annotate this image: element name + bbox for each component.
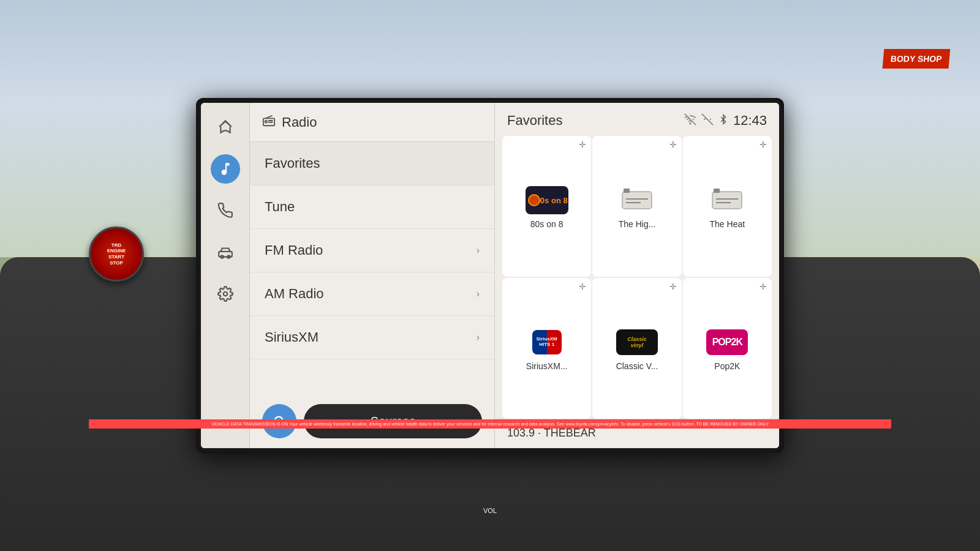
add-favorite-pop2k[interactable]: ✛	[760, 282, 767, 291]
add-favorite-80s[interactable]: ✛	[579, 140, 586, 149]
logo-classic-vinyl: Classicvinyl	[616, 327, 658, 358]
menu-item-tune[interactable]: Tune	[250, 186, 494, 229]
menu-item-siriusxm[interactable]: SiriusXM ›	[250, 316, 494, 359]
svg-point-12	[690, 123, 691, 124]
favorite-tile-highway[interactable]: ✛ The Hig...	[592, 136, 681, 277]
status-bar: 12:43	[684, 113, 767, 129]
add-favorite-siriusxm[interactable]: ✛	[579, 282, 586, 291]
left-panel: Radio Favorites Tune FM Radio › AM Radio…	[250, 103, 495, 448]
vehicle-sticker: VEHICLE DATA TRANSMISSION IS ON Your veh…	[89, 419, 891, 429]
svg-rect-17	[624, 189, 630, 193]
logo-highway	[616, 185, 658, 216]
bluetooth-icon	[718, 113, 728, 128]
tile-label-80s-on-8: 80s on 8	[530, 219, 564, 229]
fm-radio-chevron: ›	[477, 245, 480, 256]
sidebar-phone-icon[interactable]	[211, 196, 240, 225]
tile-label-pop2k: Pop2K	[714, 361, 740, 371]
menu-item-favorites[interactable]: Favorites	[250, 142, 494, 186]
sidebar-settings-icon[interactable]	[211, 279, 240, 309]
trd-start-button[interactable]: TRD ENGINE START STOP	[89, 227, 144, 282]
add-favorite-highway[interactable]: ✛	[669, 140, 677, 149]
favorites-grid: ✛ 80s on 8 80s on 8 ✛	[495, 136, 779, 419]
logo-heat	[706, 185, 748, 216]
signal-off-icon	[684, 113, 696, 128]
tile-label-siriusxm: SiriusXM...	[526, 361, 568, 371]
svg-rect-18	[712, 192, 742, 209]
body-shop-sign: BODY SHOP	[883, 49, 951, 69]
wifi-off-icon	[701, 113, 714, 128]
tile-label-highway: The Hig...	[619, 219, 656, 229]
logo-80s-on-8: 80s on 8	[526, 185, 568, 216]
tile-label-classic-vinyl: Classic V...	[616, 361, 658, 371]
radio-header: Radio	[250, 103, 494, 142]
favorite-tile-siriusxm[interactable]: ✛ SiriusXMHITS 1 SiriusXM...	[502, 278, 591, 419]
sidebar-car-icon[interactable]	[211, 238, 240, 267]
right-header: Favorites	[495, 103, 779, 136]
am-radio-chevron: ›	[477, 288, 480, 299]
tile-label-heat: The Heat	[710, 219, 745, 229]
logo-siriusxm: SiriusXMHITS 1	[526, 327, 568, 358]
add-favorite-heat[interactable]: ✛	[760, 140, 767, 149]
favorite-tile-pop2k[interactable]: ✛ POP2K Pop2K	[683, 278, 772, 419]
radio-header-icon	[262, 114, 276, 130]
screen-bezel: Radio Favorites Tune FM Radio › AM Radio…	[196, 98, 784, 453]
infotainment-screen: Radio Favorites Tune FM Radio › AM Radio…	[201, 103, 779, 448]
svg-line-13	[702, 114, 713, 125]
svg-rect-14	[622, 192, 652, 209]
favorite-tile-80s-on-8[interactable]: ✛ 80s on 8 80s on 8	[502, 136, 591, 277]
svg-marker-0	[219, 121, 232, 127]
favorite-tile-classic-vinyl[interactable]: ✛ Classicvinyl Classic V...	[592, 278, 681, 419]
sidebar-music-icon[interactable]	[211, 154, 240, 184]
favorites-heading: Favorites	[507, 113, 562, 129]
siriusxm-chevron: ›	[477, 332, 480, 343]
sidebar-nav-icon[interactable]	[211, 113, 240, 142]
svg-point-6	[265, 121, 268, 123]
menu-item-fm-radio[interactable]: FM Radio ›	[250, 229, 494, 272]
favorite-tile-heat[interactable]: ✛ The Heat	[683, 136, 772, 277]
sidebar	[201, 103, 250, 448]
vol-knob[interactable]: VOL	[483, 507, 497, 514]
menu-list: Favorites Tune FM Radio › AM Radio › Sir…	[250, 142, 494, 394]
svg-point-4	[223, 292, 227, 296]
menu-item-am-radio[interactable]: AM Radio ›	[250, 272, 494, 316]
clock-display: 12:43	[733, 113, 767, 129]
radio-title: Radio	[282, 114, 317, 130]
logo-pop2k: POP2K	[706, 327, 748, 358]
add-favorite-classic-vinyl[interactable]: ✛	[669, 282, 677, 291]
svg-rect-21	[714, 189, 720, 193]
right-panel: Favorites	[495, 103, 779, 448]
